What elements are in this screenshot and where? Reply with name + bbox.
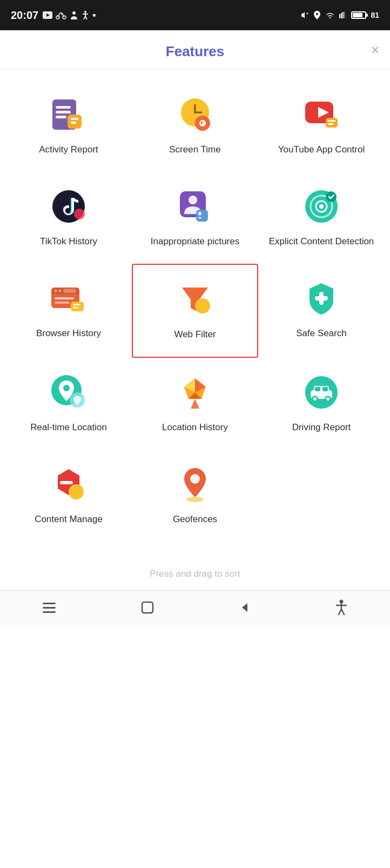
feature-item-web-filter[interactable]: Web Filter	[132, 264, 258, 358]
svg-point-75	[313, 397, 317, 400]
svg-rect-57	[73, 304, 80, 305]
feature-item-tiktok-history[interactable]: TikTok History	[5, 172, 132, 264]
svg-line-93	[341, 609, 344, 615]
realtime-location-icon	[47, 371, 90, 414]
svg-rect-19	[56, 111, 71, 113]
content-manage-label: Content Manage	[35, 513, 103, 525]
svg-rect-87	[142, 602, 153, 613]
svg-point-47	[326, 191, 337, 202]
inappropriate-pictures-label: Inappropriate pictures	[151, 236, 239, 248]
status-app-icons: •	[43, 10, 96, 21]
svg-line-92	[339, 609, 341, 615]
svg-rect-16	[344, 12, 345, 18]
svg-rect-81	[60, 481, 73, 484]
location-history-icon	[173, 371, 217, 414]
feature-item-explicit-content-detection[interactable]: Explicit Content Detection	[258, 172, 385, 264]
svg-point-77	[326, 397, 330, 400]
safe-search-icon	[300, 277, 343, 320]
feature-item-driving-report[interactable]: Driving Report	[258, 358, 385, 450]
svg-rect-34	[326, 118, 338, 128]
feature-item-realtime-location[interactable]: Real-time Location	[5, 358, 132, 450]
svg-rect-18	[56, 106, 71, 109]
location-history-label: Location History	[162, 422, 228, 433]
safe-search-label: Safe Search	[296, 328, 347, 339]
svg-rect-55	[55, 302, 70, 304]
svg-rect-78	[315, 387, 320, 391]
svg-point-80	[69, 484, 84, 499]
browser-history-icon	[47, 277, 90, 320]
explicit-content-detection-label: Explicit Content Detection	[269, 236, 374, 248]
nav-menu-icon[interactable]	[42, 602, 57, 613]
driving-report-label: Driving Report	[292, 422, 351, 433]
svg-rect-53	[63, 289, 76, 293]
svg-point-82	[190, 474, 200, 484]
web-filter-icon	[173, 278, 217, 321]
screen-time-icon	[173, 93, 217, 136]
main-content: Features × Activity Report	[0, 30, 390, 626]
svg-rect-56	[71, 302, 84, 311]
svg-point-12	[316, 13, 318, 15]
feature-item-activity-report[interactable]: Activity Report	[5, 80, 132, 172]
driving-report-icon	[300, 371, 343, 414]
svg-line-9	[85, 16, 87, 19]
svg-rect-23	[71, 122, 76, 124]
feature-item-inappropriate-pictures[interactable]: Inappropriate pictures	[132, 172, 258, 264]
browser-history-label: Browser History	[36, 328, 101, 339]
youtube-app-control-icon	[300, 93, 343, 136]
page-title: Features	[166, 43, 224, 59]
svg-point-4	[72, 11, 76, 15]
activity-report-icon	[47, 93, 90, 136]
svg-point-40	[189, 196, 197, 204]
web-filter-label: Web Filter	[174, 329, 216, 340]
nav-accessibility-icon[interactable]	[334, 599, 348, 616]
status-time: 20:07	[11, 9, 38, 22]
svg-rect-79	[322, 387, 328, 391]
svg-rect-14	[341, 13, 342, 18]
feature-item-location-history[interactable]: Location History	[132, 358, 258, 450]
svg-rect-62	[315, 296, 328, 301]
activity-report-label: Activity Report	[39, 144, 98, 156]
status-bar: 20:07	[0, 0, 390, 30]
svg-rect-54	[55, 297, 74, 299]
feature-item-screen-time[interactable]: Screen Time	[132, 80, 258, 172]
nav-back-icon[interactable]	[238, 601, 251, 614]
svg-rect-22	[71, 118, 78, 120]
svg-rect-58	[73, 307, 78, 309]
svg-rect-13	[339, 14, 340, 18]
svg-point-51	[55, 290, 57, 292]
feature-item-geofences[interactable]: Geofences	[132, 450, 258, 542]
svg-point-5	[84, 11, 86, 13]
features-grid: Activity Report	[0, 69, 390, 552]
explicit-content-detection-icon	[300, 185, 343, 228]
svg-rect-15	[342, 12, 344, 18]
feature-item-safe-search[interactable]: Safe Search	[258, 264, 385, 358]
bottom-hint: Press and drag to sort	[0, 558, 390, 590]
geofences-icon	[173, 463, 217, 506]
svg-point-83	[186, 497, 204, 502]
svg-rect-41	[196, 210, 208, 222]
svg-point-60	[195, 298, 210, 313]
status-left: 20:07	[11, 9, 96, 22]
header: Features ×	[0, 30, 390, 69]
svg-point-64	[63, 385, 70, 391]
inappropriate-pictures-icon	[173, 185, 217, 228]
battery-level: 81	[371, 11, 379, 19]
content-manage-icon	[47, 463, 90, 506]
realtime-location-label: Real-time Location	[30, 422, 107, 433]
svg-marker-88	[242, 603, 247, 612]
svg-point-46	[319, 204, 324, 209]
feature-item-content-manage[interactable]: Content Manage	[5, 450, 132, 542]
svg-rect-31	[201, 122, 204, 123]
svg-rect-85	[43, 607, 56, 609]
svg-point-38	[74, 209, 85, 219]
feature-item-browser-history[interactable]: Browser History	[5, 264, 132, 358]
feature-item-youtube-app-control[interactable]: YouTube App Control	[258, 80, 385, 172]
nav-bar	[0, 590, 390, 626]
svg-point-42	[198, 212, 201, 215]
svg-rect-20	[56, 116, 66, 118]
svg-marker-70	[191, 399, 199, 409]
close-button[interactable]: ×	[371, 43, 379, 57]
battery-icon	[351, 11, 366, 19]
status-right: 81	[300, 11, 379, 19]
nav-home-icon[interactable]	[140, 600, 154, 615]
